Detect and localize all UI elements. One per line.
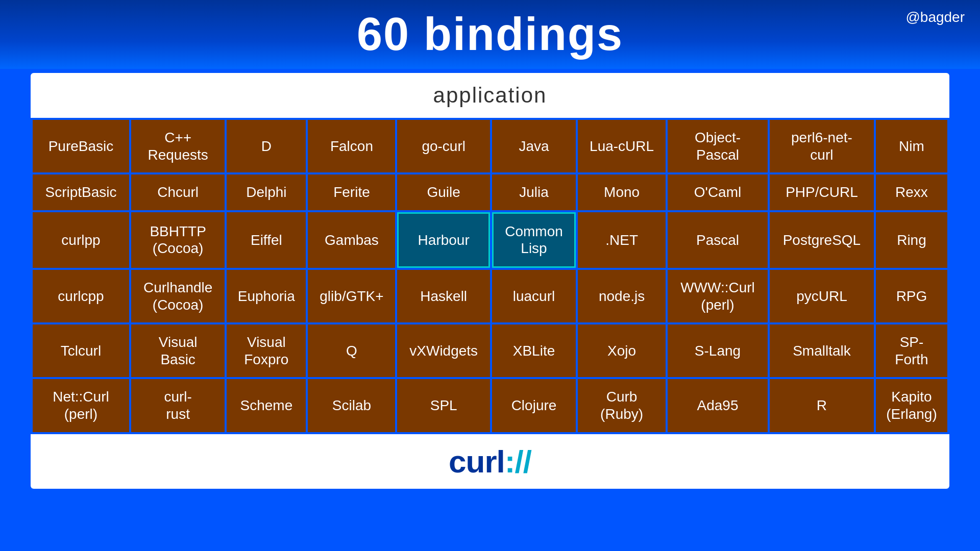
table-cell: PHP/CURL	[770, 174, 874, 210]
table-cell: Rexx	[876, 174, 947, 210]
table-cell: Falcon	[308, 120, 395, 172]
table-cell: Eiffel	[227, 212, 306, 268]
table-cell: D	[227, 120, 306, 172]
table-cell: Tclcurl	[33, 324, 129, 377]
table-row: ScriptBasicChcurlDelphiFeriteGuileJuliaM…	[33, 174, 947, 210]
table-cell: Q	[308, 324, 395, 377]
table-cell: Ring	[876, 212, 947, 268]
table-cell: Xojo	[578, 324, 666, 377]
table-cell: Object-Pascal	[668, 120, 768, 172]
table-cell: VisualBasic	[131, 324, 225, 377]
table-cell: go-curl	[397, 120, 489, 172]
table-cell: SPL	[397, 379, 489, 432]
table-cell: SP-Forth	[876, 324, 947, 377]
table-cell: Pascal	[668, 212, 768, 268]
table-cell: Scilab	[308, 379, 395, 432]
main-title: 60 bindings	[357, 8, 623, 61]
footer: curl://	[31, 434, 949, 489]
section-label: application	[31, 73, 949, 118]
table-cell: R	[770, 379, 874, 432]
table-cell: RPG	[876, 270, 947, 322]
curl-logo-section: curl://	[61, 434, 919, 489]
table-cell: XBLite	[492, 324, 576, 377]
table-row: curlcppCurlhandle(Cocoa)Euphoriaglib/GTK…	[33, 270, 947, 322]
table-row: TclcurlVisualBasicVisualFoxproQvXWidgets…	[33, 324, 947, 377]
table-cell: Lua-cURL	[578, 120, 666, 172]
table-cell: Julia	[492, 174, 576, 210]
bindings-table: PureBasicC++RequestsDFalcongo-curlJavaLu…	[31, 118, 949, 434]
table-cell: vXWidgets	[397, 324, 489, 377]
table-cell: pycURL	[770, 270, 874, 322]
table-cell: .NET	[578, 212, 666, 268]
twitter-handle: @bagder	[905, 9, 965, 26]
table-cell: Ada95	[668, 379, 768, 432]
table-cell: PureBasic	[33, 120, 129, 172]
table-cell: Chcurl	[131, 174, 225, 210]
table-row: Net::Curl(perl)curl-rustSchemeScilabSPLC…	[33, 379, 947, 432]
table-cell: VisualFoxpro	[227, 324, 306, 377]
table-cell: glib/GTK+	[308, 270, 395, 322]
table-cell: CommonLisp	[492, 212, 576, 268]
table-cell: curlpp	[33, 212, 129, 268]
table-cell: Smalltalk	[770, 324, 874, 377]
table-cell: ScriptBasic	[33, 174, 129, 210]
table-cell: luacurl	[492, 270, 576, 322]
table-cell: BBHTTP(Cocoa)	[131, 212, 225, 268]
table-cell: Gambas	[308, 212, 395, 268]
table-cell: perl6-net-curl	[770, 120, 874, 172]
table-cell: curl-rust	[131, 379, 225, 432]
curl-slash: //	[514, 444, 531, 479]
table-cell: Guile	[397, 174, 489, 210]
header: @bagder 60 bindings	[0, 0, 980, 69]
page-wrapper: @bagder 60 bindings application PureBasi…	[0, 0, 980, 551]
table-cell: Nim	[876, 120, 947, 172]
table-cell: node.js	[578, 270, 666, 322]
table-cell: Haskell	[397, 270, 489, 322]
section-label-box: application	[31, 73, 949, 118]
table-cell: Clojure	[492, 379, 576, 432]
table-cell: Delphi	[227, 174, 306, 210]
curl-text: curl	[449, 444, 505, 479]
table-cell: O'Caml	[668, 174, 768, 210]
table-cell: C++Requests	[131, 120, 225, 172]
curl-logo: curl://	[449, 443, 531, 480]
table-cell: Ferite	[308, 174, 395, 210]
table-row: curlppBBHTTP(Cocoa)EiffelGambasHarbourCo…	[33, 212, 947, 268]
table-cell: Kapito(Erlang)	[876, 379, 947, 432]
table-cell: WWW::Curl(perl)	[668, 270, 768, 322]
table-row: PureBasicC++RequestsDFalcongo-curlJavaLu…	[33, 120, 947, 172]
curl-colon: :	[505, 444, 515, 479]
table-cell: Euphoria	[227, 270, 306, 322]
table-cell: PostgreSQL	[770, 212, 874, 268]
table-cell: Curb(Ruby)	[578, 379, 666, 432]
table-cell: Java	[492, 120, 576, 172]
table-cell: Mono	[578, 174, 666, 210]
table-cell: Harbour	[397, 212, 489, 268]
table-cell: Net::Curl(perl)	[33, 379, 129, 432]
table-cell: S-Lang	[668, 324, 768, 377]
bindings-grid-wrapper: PureBasicC++RequestsDFalcongo-curlJavaLu…	[0, 118, 980, 434]
table-cell: Curlhandle(Cocoa)	[131, 270, 225, 322]
table-cell: curlcpp	[33, 270, 129, 322]
table-cell: Scheme	[227, 379, 306, 432]
